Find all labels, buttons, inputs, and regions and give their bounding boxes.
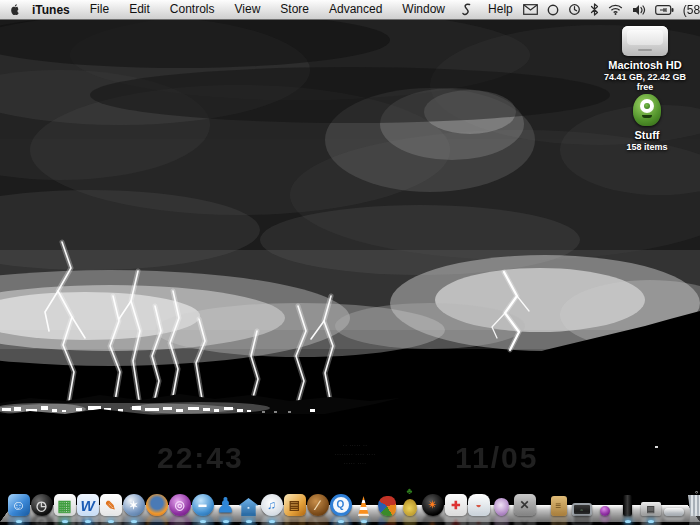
dock: ☺☺◷◷▦▦WW✎✎✶✶◎◎▬▬♟♟▪▪♫♫▤▤∕∕QQ♣✴✴✚✚◒◒✕✕≡≡▫… [0,485,700,525]
dashboard-dock-icon[interactable]: ◷◷ [30,490,53,516]
tube-dock-icon[interactable] [662,490,685,516]
messenger-dock-icon[interactable]: ♟♟ [214,490,237,516]
onion-reflection [494,513,509,525]
apple-icon [9,3,22,17]
trash-dock-icon[interactable]: ◦ [685,490,700,516]
register-reflection: ▤ [641,513,661,525]
sync-clock-icon[interactable] [568,3,581,16]
status-circle-icon[interactable] [547,4,559,16]
ichat-reflection: ▬ [192,513,214,525]
iphoto-dock-icon[interactable]: ▤▤ [283,490,306,516]
dock-separator [536,490,547,516]
battery-icon[interactable] [655,5,674,15]
mail-icon[interactable] [523,4,538,15]
menu-file[interactable]: File [80,0,119,19]
handbrake-dock-icon[interactable]: ♣ [398,490,421,516]
menu-help[interactable]: Help [478,0,523,19]
bag-reflection: ≡ [551,513,567,525]
menu-bar: iTunes FileEditControlsViewStoreAdvanced… [0,0,700,20]
word-dock-icon[interactable]: WW [76,490,99,516]
quicktime-running-indicator [338,520,344,523]
register-dock-icon[interactable]: ▤▤ [639,490,662,516]
desktop-icon-macintosh-hd[interactable]: Macintosh HD 74.41 GB, 22.42 GB free [597,26,693,92]
menu-app-name[interactable]: iTunes [22,3,80,17]
burn-dock-icon[interactable]: ✴✴ [421,490,444,516]
wallpaper-date: 11/05 [455,441,538,475]
vlc-running-indicator [361,520,367,523]
desktop-screen: iTunes FileEditControlsViewStoreAdvanced… [0,0,700,525]
garageband-dock-icon[interactable]: ∕∕ [306,490,329,516]
desktop-icon-stuff[interactable]: Stuff 158 items [599,94,695,152]
finder-dock-icon[interactable]: ☺☺ [7,490,30,516]
green-monster-icon [633,94,661,126]
greyx-reflection: ✕ [514,513,536,525]
firefox-dock-icon[interactable] [145,490,168,516]
menu-window[interactable]: Window [392,0,455,19]
home-running-indicator [246,520,252,523]
window-dock-icon[interactable]: ▫▫ [570,490,593,516]
menu-controls[interactable]: Controls [160,0,225,19]
itunes-dock-icon[interactable]: ♫♫ [260,490,283,516]
toast-dock-icon[interactable]: ◒◒ [467,490,490,516]
hard-drive-icon [622,26,668,56]
ball-dock-icon[interactable] [593,490,616,516]
ipod-running-indicator [625,520,631,523]
quicktime-dock-icon[interactable]: QQ [329,490,352,516]
rooster-reflection [378,513,396,525]
caption-line: ····· ···· [296,459,414,468]
volume-icon[interactable] [632,4,646,16]
home-dock-icon[interactable]: ▪▪ [237,490,260,516]
itunes-running-indicator [269,520,275,523]
trash-icon-deco: ◦ [695,488,698,497]
hd-free-space: 74.41 GB, 22.42 GB free [597,72,693,92]
menu-store[interactable]: Store [270,0,319,19]
wallpaper-caption: ·· ····· ·· ········ ···· ···· ····· ···… [296,441,414,468]
vlc-dock-icon[interactable] [352,490,375,516]
safari-running-indicator [131,520,137,523]
rooster-dock-icon[interactable] [375,490,398,516]
caption-line: ·· ····· ·· [296,441,414,450]
script-menu-icon[interactable] [455,3,478,17]
wifi-icon[interactable] [608,4,623,15]
window-reflection: ▫ [572,513,592,525]
menu-edit[interactable]: Edit [119,0,160,19]
dvd-dock-icon[interactable]: ◎◎ [168,490,191,516]
ball-reflection [600,513,610,523]
handbrake-icon-deco: ♣ [407,487,413,496]
garageband-reflection: ∕ [307,513,329,525]
menu-advanced[interactable]: Advanced [319,0,392,19]
pictures-dock-icon[interactable]: ▦▦ [53,490,76,516]
battery-percentage[interactable]: (58%) [683,3,700,17]
word-reflection: W [77,513,99,525]
utility-reflection: ✚ [445,513,467,525]
stuff-item-count: 158 items [599,142,695,152]
caption-line: ········ ···· ···· [296,450,414,459]
ipod-dock-icon[interactable] [616,490,639,516]
hd-label: Macintosh HD [597,59,693,71]
handbrake-reflection [403,513,417,525]
textedit-reflection: ✎ [100,513,122,525]
pictures-reflection: ▦ [54,513,76,525]
home-reflection: ▪ [239,513,259,525]
ichat-dock-icon[interactable]: ▬▬ [191,490,214,516]
app-menus: FileEditControlsViewStoreAdvancedWindow [80,0,455,19]
pictures-running-indicator [62,520,68,523]
ichat-running-indicator [200,520,206,523]
greyx-dock-icon[interactable]: ✕✕ [513,490,536,516]
utility-dock-icon[interactable]: ✚✚ [444,490,467,516]
bluetooth-icon[interactable] [590,3,599,16]
safari-reflection: ✶ [123,513,145,525]
safari-dock-icon[interactable]: ✶✶ [122,490,145,516]
menu-view[interactable]: View [225,0,271,19]
bag-dock-icon[interactable]: ≡≡ [547,490,570,516]
onion-dock-icon[interactable] [490,490,513,516]
tube-reflection [664,513,684,521]
textedit-running-indicator [108,520,114,523]
textedit-dock-icon[interactable]: ✎✎ [99,490,122,516]
register-running-indicator [648,520,654,523]
ipod-reflection [623,513,632,525]
messenger-running-indicator [223,520,229,523]
trash-icon-shape [687,495,700,516]
apple-menu[interactable] [9,3,22,17]
burn-reflection: ✴ [422,513,444,525]
